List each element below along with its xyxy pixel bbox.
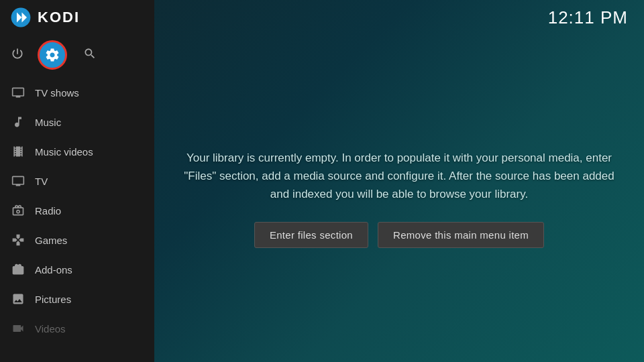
- sidebar-item-music[interactable]: Music: [0, 107, 154, 137]
- music-icon: [11, 115, 25, 129]
- sidebar-item-radio[interactable]: Radio: [0, 196, 154, 225]
- top-bar: 12:11 PM: [154, 0, 644, 35]
- sidebar-item-games-label: Games: [35, 235, 67, 246]
- sidebar-item-videos[interactable]: Videos: [0, 314, 154, 343]
- library-message: Your library is currently empty. In orde…: [181, 149, 617, 204]
- power-icon[interactable]: [11, 47, 24, 64]
- sidebar-item-pictures[interactable]: Pictures: [0, 284, 154, 314]
- sidebar-item-add-ons[interactable]: Add-ons: [0, 255, 154, 284]
- sidebar-action-row: [0, 35, 154, 78]
- content-area: Your library is currently empty. In orde…: [154, 35, 644, 362]
- sidebar-item-music-label: Music: [35, 117, 61, 128]
- tv-icon: [11, 174, 25, 188]
- app-title: KODI: [38, 9, 80, 26]
- sidebar-item-add-ons-label: Add-ons: [35, 264, 72, 276]
- sidebar-header: KODI: [0, 0, 154, 35]
- radio-icon: [11, 203, 25, 218]
- kodi-logo-icon: [11, 7, 31, 27]
- clock-display: 12:11 PM: [548, 7, 628, 28]
- music-videos-icon: [11, 144, 25, 159]
- games-icon: [11, 233, 25, 247]
- videos-icon: [11, 321, 25, 336]
- sidebar-item-pictures-label: Pictures: [35, 294, 71, 305]
- tv-shows-icon: [11, 85, 25, 100]
- sidebar-item-games[interactable]: Games: [0, 225, 154, 255]
- pictures-icon: [11, 292, 25, 306]
- sidebar: KODI TV shows: [0, 0, 154, 362]
- sidebar-item-tv-shows-label: TV shows: [35, 87, 79, 99]
- library-buttons: Enter files section Remove this main men…: [181, 222, 617, 248]
- sidebar-item-videos-label: Videos: [35, 323, 66, 335]
- main-content: 12:11 PM Your library is currently empty…: [154, 0, 644, 362]
- add-ons-icon: [11, 262, 25, 277]
- sidebar-item-music-videos[interactable]: Music videos: [0, 137, 154, 166]
- enter-files-button[interactable]: Enter files section: [254, 222, 368, 248]
- settings-button[interactable]: [38, 40, 67, 70]
- sidebar-item-tv-shows[interactable]: TV shows: [0, 78, 154, 107]
- sidebar-item-tv[interactable]: TV: [0, 166, 154, 196]
- sidebar-item-radio-label: Radio: [35, 205, 61, 217]
- sidebar-item-music-videos-label: Music videos: [35, 146, 93, 158]
- sidebar-nav: TV shows Music Music videos TV Radio: [0, 78, 154, 362]
- sidebar-item-tv-label: TV: [35, 176, 48, 187]
- remove-menu-item-button[interactable]: Remove this main menu item: [378, 222, 544, 248]
- library-panel: Your library is currently empty. In orde…: [181, 149, 617, 249]
- search-icon[interactable]: [83, 47, 97, 64]
